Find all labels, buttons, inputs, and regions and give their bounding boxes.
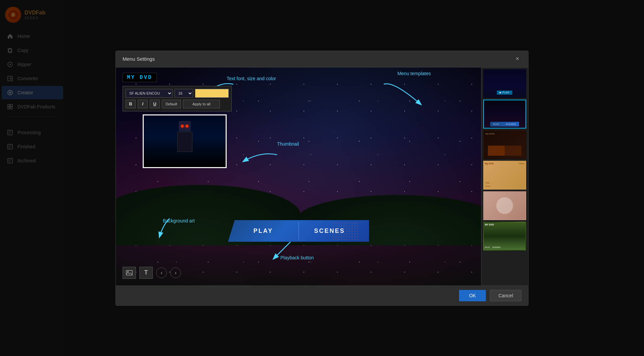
robot-head <box>179 121 191 131</box>
template-item-5[interactable] <box>483 191 526 220</box>
modal-body: MY DVD SF ALIEN ENCOU 16 B <box>116 67 528 286</box>
dvd-title-text: MY DVD <box>123 73 157 82</box>
apply-all-button[interactable]: Apply to all <box>183 100 220 108</box>
modal-close-button[interactable]: × <box>513 55 521 63</box>
template-item-4[interactable]: My DVD Happy Play Scene <box>483 161 526 190</box>
italic-button[interactable]: I <box>138 100 148 108</box>
play-bar: PLAY SCENES <box>228 220 369 242</box>
robot-eye-left <box>181 125 184 128</box>
play-button-label[interactable]: PLAY <box>254 227 273 235</box>
modal-footer: OK Cancel <box>116 286 528 305</box>
template-item-3[interactable]: My DVD <box>483 130 526 159</box>
cancel-button[interactable]: Cancel <box>490 290 521 301</box>
canvas-area: MY DVD SF ALIEN ENCOU 16 B <box>116 67 481 286</box>
font-toolbar: SF ALIEN ENCOU 16 B I U Default Apply to… <box>123 86 232 111</box>
font-row-2: B I U Default Apply to all <box>126 100 229 108</box>
menu-settings-modal: Menu Settings × MY DVD <box>116 51 528 306</box>
prev-nav-button[interactable]: ‹ <box>156 267 167 278</box>
bold-button[interactable]: B <box>126 100 136 108</box>
image-toolbar-button[interactable] <box>123 267 136 279</box>
underline-button[interactable]: U <box>150 100 160 108</box>
text-toolbar-button[interactable]: T <box>139 267 153 279</box>
robot-figure <box>171 121 198 161</box>
ok-button[interactable]: OK <box>459 290 486 301</box>
font-row-1: SF ALIEN ENCOU 16 <box>126 89 229 98</box>
robot-body <box>177 132 192 152</box>
canvas-toolbar: T ‹ › <box>123 267 181 279</box>
modal-title: Menu Settings <box>123 56 155 62</box>
color-picker[interactable] <box>195 89 229 98</box>
font-select[interactable]: SF ALIEN ENCOU <box>126 89 173 98</box>
template-item-2[interactable]: PLAY SCENES <box>483 100 526 129</box>
default-button[interactable]: Default <box>162 100 181 108</box>
modal-overlay: Menu Settings × MY DVD <box>0 0 644 356</box>
thumbnail-box <box>143 114 227 168</box>
templates-panel: ▶ PLAY PLAY SCENES My DVD <box>481 67 528 286</box>
next-nav-button[interactable]: › <box>170 267 181 278</box>
svg-rect-19 <box>126 270 132 275</box>
scenes-button-label[interactable]: SCENES <box>314 227 345 235</box>
template-item-6[interactable]: MY DVD PLAY SCENES <box>483 222 526 251</box>
robot-eye-right <box>186 125 188 128</box>
modal-header: Menu Settings × <box>116 51 528 67</box>
thumbnail-content <box>144 115 226 167</box>
play-divider <box>298 222 299 240</box>
play-btn-wrapper: PLAY SCENES <box>228 220 369 242</box>
dvd-title-bar: MY DVD <box>123 74 157 81</box>
template-item-1[interactable]: ▶ PLAY <box>483 69 526 98</box>
font-size-select[interactable]: 16 <box>175 89 193 98</box>
